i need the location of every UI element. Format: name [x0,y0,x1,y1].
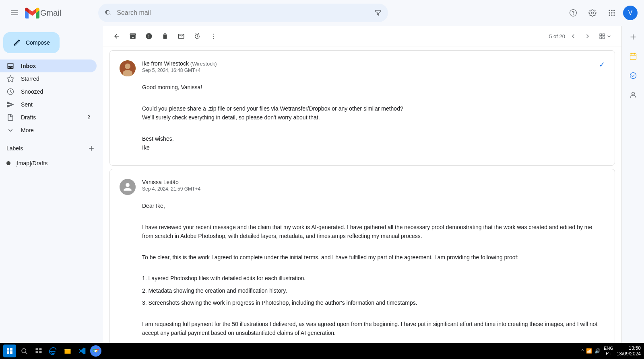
label-item-imap-drafts[interactable]: [Imap]/Drafts [0,157,97,170]
message-body: Dear Ike, I have reviewed your recent me… [120,201,605,343]
start-button[interactable] [3,345,16,357]
svg-point-17 [213,36,214,37]
contacts-panel-button[interactable] [625,87,641,103]
drafts-label: Drafts [21,114,36,121]
svg-point-10 [613,12,615,13]
logo-area: Gmail [6,5,95,21]
taskview-icon[interactable] [32,345,45,357]
vscode-taskbar-icon[interactable] [76,345,89,357]
svg-rect-30 [10,348,12,351]
svg-rect-22 [603,37,605,39]
email-message: Vanissa Leitão Sep 4, 2024, 21:59 GMT+4 … [109,169,615,343]
message-date: Sep 4, 2024, 21:59 GMT+4 [142,186,605,192]
message-body: Good morning, Vanissa! Could you please … [120,83,605,152]
sidebar-item-starred[interactable]: Starred [0,72,97,85]
up-arrow-icon[interactable]: ^ [581,348,584,354]
svg-rect-35 [39,348,42,350]
hamburger-menu[interactable] [6,5,23,21]
svg-rect-36 [36,351,38,353]
clock[interactable]: 13:50 13/09/2024 [617,345,641,357]
view-selector[interactable] [596,31,615,41]
svg-point-7 [613,10,615,11]
sender-name: Ike from Wirestock (Wirestock) [142,60,592,67]
sender-info: Ike from Wirestock (Wirestock) Sep 5, 20… [142,60,592,73]
svg-point-16 [213,34,214,35]
sender-info: Vanissa Leitão Sep 4, 2024, 21:59 GMT+4 [142,179,605,192]
svg-rect-0 [11,10,18,11]
back-button[interactable] [109,29,124,43]
apps-button[interactable] [604,5,620,21]
compose-icon [13,39,21,47]
svg-rect-20 [603,34,605,36]
labels-title: Labels [6,145,86,152]
svg-point-4 [573,14,574,15]
more-actions-button[interactable] [206,29,221,43]
add-panel-button[interactable] [625,29,641,45]
gmail-logo: Gmail [25,8,61,18]
help-button[interactable] [565,5,581,21]
svg-rect-2 [11,14,18,15]
svg-point-13 [613,14,615,16]
search-input[interactable] [117,9,369,16]
sound-icon[interactable]: 🔊 [594,348,601,354]
sidebar-item-more[interactable]: More [0,124,97,137]
language-indicator[interactable]: ENG PT [604,346,613,356]
compose-button[interactable]: Compose [3,32,60,53]
taskbar: ^ 📶 🔊 ENG PT 13:50 13/09/2024 [0,343,644,359]
search-taskbar-icon[interactable] [18,345,31,357]
sidebar-item-inbox[interactable]: Inbox [0,59,97,72]
sender-name: Vanissa Leitão [142,179,605,185]
prev-page-button[interactable] [567,30,580,43]
time: 13:50 [617,345,641,351]
search-filter-icon[interactable] [374,9,382,17]
snooze-button[interactable] [190,29,204,43]
toolbar: 5 of 20 [103,26,621,47]
sidebar-item-sent[interactable]: Sent [0,98,97,111]
explorer-taskbar-icon[interactable] [61,345,74,357]
taskbar-right: ^ 📶 🔊 ENG PT 13:50 13/09/2024 [581,345,641,357]
default-avatar-icon [123,182,132,192]
search-bar[interactable] [98,4,388,22]
chrome-taskbar-icon[interactable] [90,345,101,357]
add-label-button[interactable] [86,143,97,154]
verified-icon: ✓ [599,60,605,69]
next-page-button[interactable] [581,30,594,43]
svg-rect-19 [600,34,602,36]
svg-point-8 [609,12,610,13]
system-tray-icons: ^ 📶 🔊 [581,348,601,354]
sidebar-item-snoozed[interactable]: Snoozed [0,85,97,98]
wifi-icon[interactable]: 📶 [586,348,592,354]
svg-point-6 [611,10,612,11]
inbox-label: Inbox [21,63,36,69]
message-header: Vanissa Leitão Sep 4, 2024, 21:59 GMT+4 [120,179,605,195]
main-layout: Compose Inbox Starred Snoozed Sent Draft… [0,26,644,343]
archive-button[interactable] [126,29,140,43]
inbox-icon [6,62,14,70]
drafts-badge: 2 [87,115,90,120]
spam-button[interactable] [142,29,156,43]
gmail-text: Gmail [40,8,61,18]
delete-button[interactable] [158,29,172,43]
calendar-panel-button[interactable] [625,48,641,64]
pagination-text: 5 of 20 [549,33,565,39]
mark-unread-button[interactable] [174,29,188,43]
svg-point-5 [609,10,610,11]
search-icon [105,9,112,17]
snoozed-icon [6,88,14,96]
message-header: Ike from Wirestock (Wirestock) Sep 5, 20… [120,60,605,76]
avatar [120,179,136,195]
sidebar: Compose Inbox Starred Snoozed Sent Draft… [0,26,103,343]
sidebar-item-drafts[interactable]: Drafts 2 [0,111,97,124]
avatar[interactable]: V [623,6,638,20]
email-thread: Ike from Wirestock (Wirestock) Sep 5, 20… [103,47,621,343]
settings-button[interactable] [584,5,601,21]
edge-taskbar-icon[interactable] [47,345,60,357]
svg-rect-31 [7,351,9,354]
starred-icon [6,75,14,83]
svg-point-28 [632,92,634,95]
more-icon [6,126,14,134]
svg-rect-32 [10,351,12,354]
pagination: 5 of 20 [549,30,615,43]
tasks-panel-button[interactable] [625,68,641,84]
svg-point-9 [611,12,612,13]
